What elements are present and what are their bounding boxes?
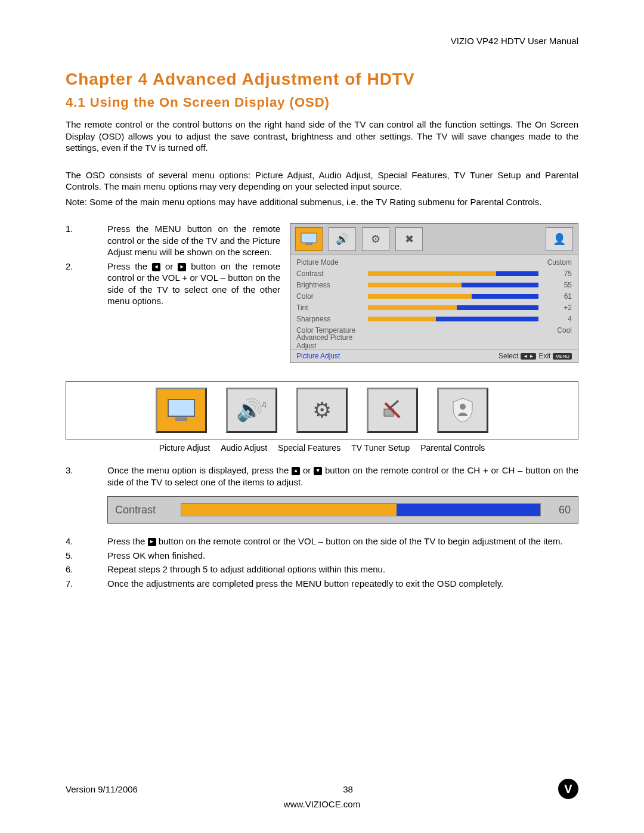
picture-adjust-icon bbox=[156, 388, 207, 433]
svg-rect-1 bbox=[305, 243, 312, 245]
osd-row: Contrast75 bbox=[296, 269, 572, 278]
footer-page-number: 38 bbox=[343, 784, 353, 794]
left-arrow-icon: ◄ bbox=[152, 263, 160, 271]
osd-row-bar bbox=[368, 294, 538, 299]
step-number: 1. bbox=[66, 223, 107, 258]
step-number: 2. bbox=[66, 261, 107, 307]
footer-version: Version 9/11/2006 bbox=[66, 784, 138, 794]
step-text: Press the ► button on the remote control… bbox=[107, 535, 578, 547]
osd-row-label: Color bbox=[296, 292, 368, 301]
header-manual-title: VIZIO VP42 HDTV User Manual bbox=[66, 36, 578, 46]
osd-row: Brightness55 bbox=[296, 280, 572, 290]
special-features-icon: ⚙ bbox=[296, 388, 348, 433]
osd-footer: Picture Adjust Select ◄ ► Exit MENU bbox=[290, 349, 578, 363]
step-text: Press OK when finished. bbox=[107, 550, 578, 562]
osd-footer-exit-label: Exit bbox=[538, 352, 550, 360]
osd-row-value: 75 bbox=[543, 270, 572, 278]
osd-body: Picture ModeCustomContrast75Brightness55… bbox=[290, 255, 578, 349]
intro-paragraph-2: The OSD consists of several menu options… bbox=[66, 169, 578, 193]
osd-row-value: Custom bbox=[543, 258, 572, 267]
osd-row-value: +2 bbox=[543, 304, 572, 312]
contrast-value: 60 bbox=[541, 504, 571, 516]
step-fragment: or bbox=[303, 465, 314, 475]
footer-url: www.VIZIOCE.com bbox=[66, 799, 578, 809]
step-number: 3. bbox=[66, 465, 107, 488]
step-text: Press the ◄ or ► button on the remote co… bbox=[107, 261, 280, 307]
intro-paragraph-3: Note: Some of the main menu options may … bbox=[66, 196, 578, 208]
step-text: Once the menu option is displayed, press… bbox=[107, 465, 578, 488]
right-arrow-icon: ► bbox=[148, 538, 156, 546]
contrast-slider-track bbox=[181, 503, 541, 516]
svg-rect-3 bbox=[175, 417, 187, 421]
osd-row: Tint+2 bbox=[296, 303, 572, 312]
osd-row: Color61 bbox=[296, 292, 572, 301]
icon-label: Special Features bbox=[278, 443, 340, 453]
osd-screenshot: 🔊 ⚙ ✖ 👤 Picture ModeCustomContrast75Brig… bbox=[290, 223, 578, 363]
up-arrow-icon: ▲ bbox=[292, 467, 300, 475]
contrast-slider-fill bbox=[397, 504, 540, 516]
osd-row-value: Cool bbox=[543, 326, 572, 335]
osd-row-value: 61 bbox=[543, 292, 572, 301]
icon-label: Picture Adjust bbox=[159, 443, 210, 453]
svg-rect-0 bbox=[301, 233, 317, 243]
osd-row-label: Contrast bbox=[296, 270, 368, 278]
chapter-title: Chapter 4 Advanced Adjustment of HDTV bbox=[66, 70, 578, 89]
section-title: 4.1 Using the On Screen Display (OSD) bbox=[66, 95, 578, 110]
osd-row: Advanced Picture Adjust bbox=[296, 337, 572, 346]
step-fragment: Once the menu option is displayed, press… bbox=[107, 465, 292, 475]
step-fragment: Press the bbox=[107, 536, 148, 546]
icon-label: Audio Adjust bbox=[221, 443, 267, 453]
contrast-adjustment-bar: Contrast 60 bbox=[107, 496, 578, 524]
audio-adjust-icon: 🔊♫ bbox=[226, 388, 277, 433]
svg-point-7 bbox=[460, 404, 466, 410]
step-number: 4. bbox=[66, 535, 107, 547]
osd-row-label: Tint bbox=[296, 304, 368, 312]
svg-rect-2 bbox=[168, 400, 194, 416]
osd-row-bar bbox=[368, 283, 538, 287]
step-number: 6. bbox=[66, 563, 107, 575]
picture-adjust-tab-icon bbox=[295, 227, 323, 251]
icon-label: Parental Controls bbox=[420, 443, 485, 453]
right-arrow-icon: ► bbox=[178, 263, 186, 271]
step-fragment: or bbox=[165, 261, 178, 271]
parental-controls-tab-icon: 👤 bbox=[546, 227, 573, 251]
osd-row-label: Brightness bbox=[296, 281, 368, 289]
osd-row-value: 55 bbox=[543, 281, 572, 289]
page-footer: Version 9/11/2006 38 V www.VIZIOCE.com bbox=[66, 779, 578, 809]
step-text: Repeat steps 2 through 5 to adjust addit… bbox=[107, 563, 578, 575]
step-text: Press the MENU button on the remote cont… bbox=[107, 223, 280, 258]
step-number: 5. bbox=[66, 550, 107, 562]
osd-row: Picture ModeCustom bbox=[296, 258, 572, 267]
manual-page: VIZIO VP42 HDTV User Manual Chapter 4 Ad… bbox=[0, 0, 644, 833]
special-features-tab-icon: ⚙ bbox=[362, 227, 389, 251]
icon-label: TV Tuner Setup bbox=[351, 443, 410, 453]
osd-row-bar bbox=[368, 317, 538, 321]
osd-tab-bar: 🔊 ⚙ ✖ 👤 bbox=[290, 224, 578, 255]
audio-adjust-tab-icon: 🔊 bbox=[329, 227, 356, 251]
step-text: Once the adjustments are completed press… bbox=[107, 578, 578, 590]
down-arrow-icon: ▼ bbox=[314, 467, 322, 475]
osd-row-bar bbox=[368, 271, 538, 276]
step-fragment: Press the bbox=[107, 261, 152, 271]
step-fragment: button on the remote control or the VOL … bbox=[159, 536, 563, 546]
vizio-logo-icon: V bbox=[558, 779, 578, 799]
tv-tuner-tab-icon: ✖ bbox=[395, 227, 423, 251]
osd-row-label: Picture Mode bbox=[296, 258, 368, 267]
osd-footer-select-label: Select bbox=[499, 352, 518, 360]
osd-row-label: Advanced Picture Adjust bbox=[296, 333, 368, 350]
osd-row-bar bbox=[368, 305, 538, 310]
osd-row: Sharpness4 bbox=[296, 314, 572, 324]
select-key-icon: ◄ ► bbox=[521, 353, 536, 360]
menu-key-icon: MENU bbox=[553, 353, 572, 360]
parental-controls-icon bbox=[437, 388, 488, 433]
tv-tuner-setup-icon bbox=[367, 388, 418, 433]
icon-strip-labels: Picture Adjust Audio Adjust Special Feat… bbox=[66, 443, 578, 453]
step-number: 7. bbox=[66, 578, 107, 590]
osd-row-label: Sharpness bbox=[296, 315, 368, 323]
osd-row-value: 4 bbox=[543, 315, 572, 323]
contrast-label: Contrast bbox=[115, 504, 181, 516]
intro-paragraph-1: The remote control or the control button… bbox=[66, 119, 578, 154]
osd-footer-title: Picture Adjust bbox=[296, 352, 340, 360]
menu-icon-strip: 🔊♫ ⚙ bbox=[66, 381, 578, 439]
